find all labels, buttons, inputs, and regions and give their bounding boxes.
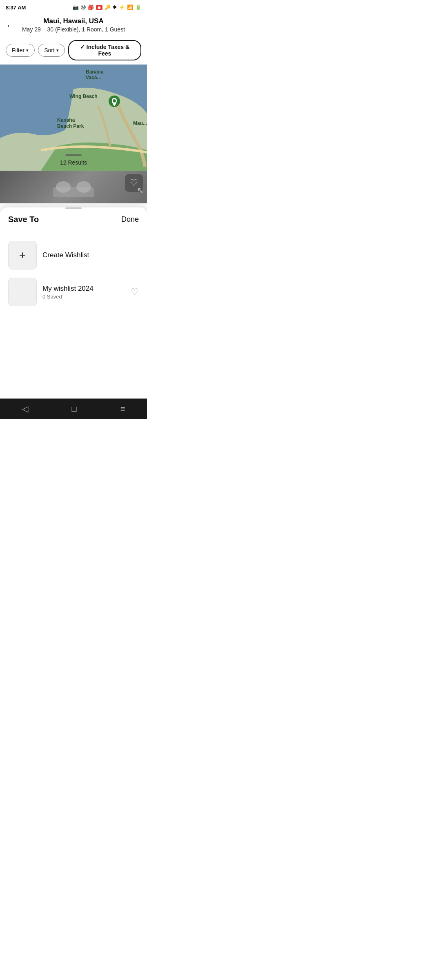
create-wishlist-info: Create Wishlist (42, 251, 139, 259)
flash-icon: ⚡ (119, 4, 125, 10)
chevron-down-icon: ▾ (56, 48, 59, 53)
svg-point-11 (76, 181, 91, 193)
save-to-sheet: Save To Done + Create Wishlist My wishli… (0, 207, 147, 325)
create-wishlist-thumb: + (8, 241, 37, 270)
camera-icon: 📷 (73, 4, 79, 10)
taxes-fees-button[interactable]: ✓ Include Taxes & Fees (68, 40, 141, 60)
wishlist-item-2024[interactable]: My wishlist 2024 0 Saved ♡ (8, 274, 139, 310)
sort-button[interactable]: Sort ▾ (38, 44, 65, 57)
svg-text:Wing Beach: Wing Beach (69, 94, 98, 99)
header: ← Maui, Hawaii, USA May 29 – 30 (Flexibl… (0, 15, 147, 37)
nav-back-button[interactable]: ◁ (14, 401, 36, 417)
map-drag-handle[interactable] (65, 154, 82, 156)
hotel-preview: ♡ ↖ (0, 171, 147, 203)
chevron-down-icon: ▾ (26, 48, 29, 53)
search-subtitle: May 29 – 30 (Flexible), 1 Room, 1 Guest (6, 26, 141, 33)
filter-button[interactable]: Filter ▾ (6, 44, 35, 57)
wishlist-name-2024: My wishlist 2024 (42, 285, 125, 293)
content-spacer (0, 325, 147, 399)
nav-menu-button[interactable]: ≡ (112, 401, 134, 417)
record-icon: ⏺ (96, 5, 102, 10)
wishlist-heart-icon[interactable]: ♡ (131, 287, 139, 297)
wishlist-info-2024: My wishlist 2024 0 Saved (42, 285, 125, 300)
email-icon: Ⓜ (81, 4, 86, 11)
svg-point-2 (113, 99, 116, 102)
page-title: Maui, Hawaii, USA (6, 17, 141, 25)
svg-point-10 (56, 181, 71, 193)
sheet-header: Save To Done (0, 209, 147, 230)
status-time: 8:37 AM (6, 4, 26, 11)
key-icon: 🔑 (105, 4, 111, 10)
filter-bar: Filter ▾ Sort ▾ ✓ Include Taxes & Fees (0, 37, 147, 65)
map-view[interactable]: Banana Vaca... Wing Beach Kanaha Beach P… (0, 65, 147, 171)
svg-text:Vaca...: Vaca... (86, 75, 101, 80)
results-count: 12 Results (60, 159, 87, 166)
create-wishlist-item[interactable]: + Create Wishlist (8, 237, 139, 274)
svg-text:Mau...: Mau... (133, 120, 147, 126)
back-button[interactable]: ← (6, 20, 15, 31)
svg-text:Kanaha: Kanaha (57, 117, 75, 123)
done-button[interactable]: Done (121, 215, 139, 224)
wishlist-thumb-2024 (8, 278, 37, 306)
status-icons: 📷 Ⓜ 🎒 ⏺ 🔑 ✱ ⚡ 📶 🔋 (73, 4, 141, 11)
svg-text:Beach Park: Beach Park (57, 123, 84, 129)
sheet-title: Save To (8, 215, 39, 224)
wallet-icon: 🎒 (88, 4, 94, 10)
wishlist-list: + Create Wishlist My wishlist 2024 0 Sav… (0, 230, 147, 317)
status-bar: 8:37 AM 📷 Ⓜ 🎒 ⏺ 🔑 ✱ ⚡ 📶 🔋 (0, 0, 147, 15)
create-wishlist-label: Create Wishlist (42, 251, 139, 259)
wifi-icon: 📶 (127, 4, 133, 10)
nav-home-button[interactable]: □ (64, 401, 85, 417)
plus-icon: + (19, 249, 26, 262)
bluetooth-icon: ✱ (113, 4, 117, 10)
cursor-indicator: ↖ (137, 185, 144, 195)
wishlist-count-2024: 0 Saved (42, 294, 125, 300)
navigation-bar: ◁ □ ≡ (0, 399, 147, 419)
svg-text:Banana: Banana (86, 69, 104, 75)
battery-icon: 🔋 (135, 4, 141, 10)
